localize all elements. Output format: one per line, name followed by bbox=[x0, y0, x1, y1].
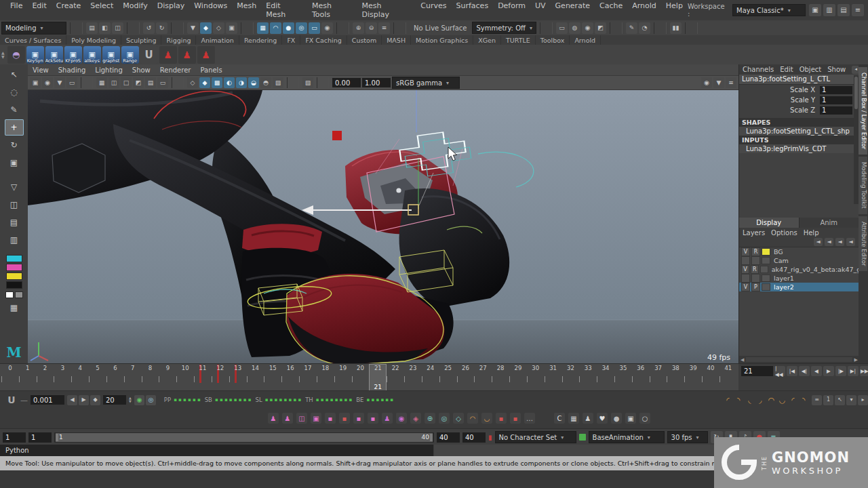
timeline-frame[interactable]: 24 bbox=[422, 364, 439, 391]
timeline-frame[interactable]: 28 bbox=[492, 364, 509, 391]
new-layer-icon[interactable]: ◄ bbox=[846, 238, 855, 246]
panel-menu[interactable]: Show bbox=[127, 66, 155, 74]
select-tool[interactable]: ↖ bbox=[5, 66, 24, 83]
pose-library-icon[interactable]: ♟ bbox=[382, 413, 393, 424]
anim-end-field[interactable]: 40 bbox=[462, 432, 486, 443]
select-object-icon[interactable]: ◆ bbox=[200, 22, 212, 34]
key-marker-icon[interactable]: ▪ bbox=[496, 413, 507, 424]
timeline-frame[interactable]: 22 bbox=[387, 364, 404, 391]
playback-end-field[interactable]: 40 bbox=[437, 432, 460, 443]
exposure-field[interactable]: 0.00 bbox=[332, 78, 361, 87]
shelf-tab[interactable]: FX Caching bbox=[300, 35, 347, 45]
timeline-frame[interactable]: 35 bbox=[614, 364, 632, 391]
scale-tool[interactable]: ▣ bbox=[5, 155, 24, 171]
field-chart-icon[interactable]: ▤ bbox=[145, 77, 156, 88]
menu-item[interactable]: Windows bbox=[189, 0, 232, 21]
select-set-icon[interactable]: ▪ bbox=[339, 413, 350, 424]
search-icon[interactable]: ○ bbox=[639, 413, 650, 424]
fps-selector[interactable]: 30 fps bbox=[667, 431, 708, 443]
timeline-frame[interactable]: 17 bbox=[299, 364, 317, 391]
layout-grid-icon[interactable]: ▦ bbox=[5, 300, 24, 316]
menu-item[interactable]: Generate bbox=[551, 0, 595, 21]
add-user-icon[interactable]: ♟ bbox=[583, 413, 593, 424]
ease-curve-icon[interactable]: ◠ bbox=[766, 396, 776, 405]
pose-icon[interactable]: ♟ bbox=[268, 413, 279, 424]
divider[interactable] bbox=[685, 22, 698, 34]
play-backwards-button[interactable]: ◀ bbox=[811, 366, 822, 376]
character-set-selector[interactable]: No Character Set bbox=[495, 431, 576, 443]
color-swatch[interactable] bbox=[6, 272, 22, 280]
key-forward-icon[interactable]: ▶ bbox=[79, 395, 89, 405]
film-gate-icon[interactable]: ◫ bbox=[108, 77, 119, 88]
menu-expand-icon[interactable]: ▸ bbox=[858, 395, 868, 405]
snap-view-plane-icon[interactable]: ▭ bbox=[309, 22, 320, 34]
snap-projected-center-icon[interactable]: ◎ bbox=[296, 22, 307, 34]
layer-editor-tab[interactable]: Anim bbox=[800, 218, 860, 228]
playback-start-field[interactable]: 1 bbox=[28, 432, 52, 443]
render-view-icon[interactable]: ▭ bbox=[556, 22, 568, 34]
shelf-tab[interactable]: Arnold bbox=[570, 35, 601, 45]
layer-row[interactable]: V P layer2 bbox=[739, 283, 859, 291]
step-spinner[interactable]: ▲▼ bbox=[129, 396, 132, 403]
box-icon[interactable]: ▣ bbox=[625, 413, 636, 424]
isolate-select-icon[interactable]: ▧ bbox=[302, 77, 313, 88]
next-key-button[interactable]: ▶| bbox=[848, 366, 859, 376]
menu-item[interactable]: Surfaces bbox=[451, 0, 493, 21]
timeline-frame[interactable]: 7 bbox=[124, 364, 142, 391]
step-value-field[interactable]: 20 bbox=[103, 395, 126, 405]
lasso-tool[interactable]: ◌ bbox=[5, 84, 24, 100]
custom-tool-icon[interactable]: ▤ bbox=[5, 214, 24, 230]
rotate-tool[interactable]: ↻ bbox=[5, 137, 24, 153]
select-asset-icon[interactable]: ▣ bbox=[226, 22, 237, 34]
current-time-field[interactable]: 21 bbox=[741, 366, 773, 376]
divider[interactable] bbox=[287, 77, 299, 88]
ease-curve-icon[interactable]: ◜ bbox=[788, 396, 798, 405]
shelf-button[interactable]: ▣ Range bbox=[121, 46, 139, 64]
character-mask-icon[interactable]: ◓ bbox=[7, 46, 25, 64]
divider[interactable] bbox=[81, 77, 93, 88]
bookmark-keys[interactable]: ▪ ▪ ▪ ▪ ▪ ▪ bbox=[366, 397, 393, 403]
layer-type-toggle[interactable]: R bbox=[751, 265, 759, 274]
layer-name[interactable]: BG bbox=[772, 248, 783, 256]
channel-value-field[interactable]: 1 bbox=[820, 106, 852, 115]
motion-blur-icon[interactable]: ◓ bbox=[260, 77, 271, 88]
bookmark-keys[interactable]: ▪ ▪ ▪ ▪ ▪ ▪ ▪ ▪ bbox=[316, 397, 353, 403]
timeline-frame[interactable]: 9 bbox=[159, 364, 176, 391]
paint-effects-icon[interactable]: ✎ bbox=[626, 22, 637, 34]
move-layer-down-icon[interactable]: ◄ bbox=[825, 238, 833, 246]
shelf-tab[interactable]: XGen bbox=[473, 35, 501, 45]
divider[interactable] bbox=[336, 22, 349, 34]
custom-tool-icon[interactable]: ◫ bbox=[5, 197, 24, 213]
divider[interactable] bbox=[393, 22, 406, 34]
divider[interactable] bbox=[610, 22, 623, 34]
timeline-frame[interactable]: 27 bbox=[474, 364, 492, 391]
snap-curve-icon[interactable]: ◠ bbox=[270, 22, 281, 34]
selected-node-name[interactable]: Luna3p:footSetting_L_CTL bbox=[739, 75, 859, 85]
ipr-render-icon[interactable]: ◉ bbox=[582, 22, 593, 34]
timeline-frame[interactable]: 21 bbox=[369, 364, 387, 391]
toon-shader-icon[interactable]: ◔ bbox=[639, 22, 650, 34]
shelf-button[interactable]: ▣ AckSetup bbox=[45, 46, 63, 64]
layer-editor-menu[interactable]: Options bbox=[771, 229, 797, 237]
character-picker-icon[interactable]: ♟ bbox=[197, 46, 215, 64]
select-set-icon[interactable]: ▪ bbox=[325, 413, 336, 424]
range-slider[interactable]: 1 40 bbox=[54, 432, 434, 443]
textured-icon[interactable]: ▩ bbox=[212, 77, 222, 88]
divider[interactable] bbox=[654, 22, 667, 34]
shelf-tab[interactable]: Animation bbox=[196, 35, 239, 45]
ease-curve-icon[interactable]: ◜ bbox=[723, 396, 733, 405]
layer-visibility-toggle[interactable] bbox=[741, 256, 750, 265]
space-switch-icon[interactable]: ⊕ bbox=[425, 413, 435, 424]
ease-curve-icon[interactable]: ◝ bbox=[734, 396, 744, 405]
layer-name[interactable]: layer2 bbox=[772, 283, 794, 291]
select-hierarchy-icon[interactable]: ▼ bbox=[187, 22, 199, 34]
undo-icon[interactable]: ↺ bbox=[143, 22, 155, 34]
pivot-marker[interactable] bbox=[332, 131, 342, 140]
ik-fk-switch-icon[interactable]: ◈ bbox=[410, 413, 421, 424]
snapshot-icon[interactable]: ◉ bbox=[701, 77, 712, 88]
bookmark-keys[interactable]: ▪ ▪ ▪ ▪ ▪ ▪ ▪ ▪ bbox=[215, 397, 252, 403]
render-settings-icon[interactable]: ◩ bbox=[595, 22, 606, 34]
timeline-frame[interactable]: 10 bbox=[176, 364, 194, 391]
panel-menu[interactable]: Panels bbox=[195, 66, 226, 74]
menu-item[interactable]: Cache bbox=[595, 0, 627, 21]
